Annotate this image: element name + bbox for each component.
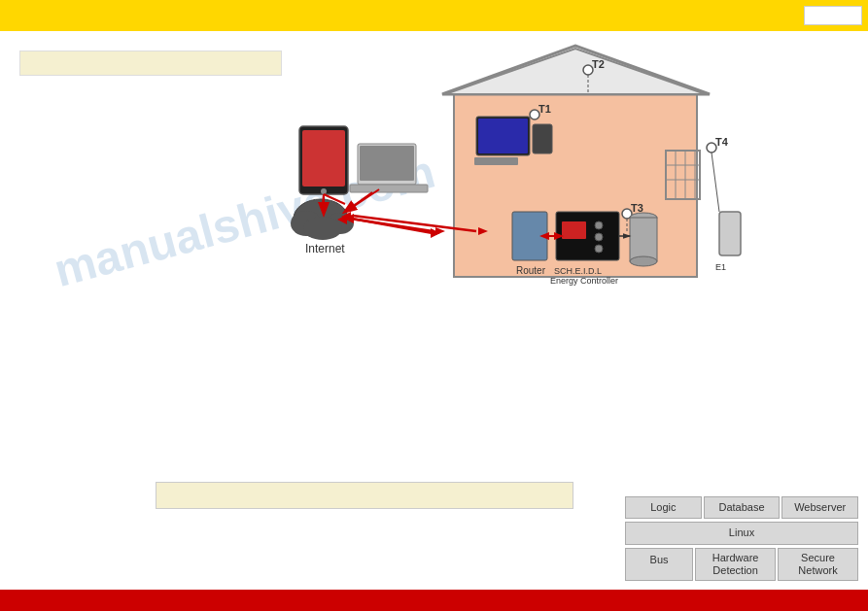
svg-marker-70 bbox=[341, 212, 351, 221]
svg-rect-26 bbox=[562, 221, 586, 239]
svg-text:E1: E1 bbox=[715, 262, 726, 272]
svg-marker-61 bbox=[539, 232, 549, 240]
svg-line-52 bbox=[324, 194, 345, 204]
svg-point-40 bbox=[294, 199, 348, 238]
left-label-box bbox=[19, 51, 282, 76]
svg-line-51 bbox=[323, 194, 324, 204]
stack-row-2: Linux bbox=[625, 522, 858, 544]
secure-network-cell: SecureNetwork bbox=[778, 548, 858, 581]
svg-text:T4: T4 bbox=[715, 136, 729, 148]
svg-marker-67 bbox=[337, 215, 347, 224]
secure-network-label: SecureNetwork bbox=[798, 552, 837, 576]
svg-text:Internet: Internet bbox=[305, 242, 345, 255]
svg-rect-48 bbox=[358, 144, 416, 185]
svg-point-28 bbox=[595, 233, 603, 241]
watermark: manualshive.com bbox=[49, 145, 440, 297]
svg-marker-71 bbox=[478, 227, 488, 235]
svg-marker-57 bbox=[431, 228, 440, 238]
svg-marker-58 bbox=[344, 214, 354, 223]
svg-rect-38 bbox=[719, 212, 741, 255]
svg-text:P-T3: P-T3 bbox=[630, 249, 649, 258]
svg-rect-23 bbox=[512, 212, 547, 260]
stack-area: Logic Database Webserver Linux Bus Hardw… bbox=[625, 496, 858, 584]
svg-point-42 bbox=[327, 213, 354, 234]
svg-line-56 bbox=[352, 219, 433, 233]
svg-point-37 bbox=[630, 256, 657, 266]
svg-line-66 bbox=[350, 219, 433, 231]
svg-text:P-T2: P-T2 bbox=[630, 237, 649, 247]
svg-text:Router: Router bbox=[516, 265, 546, 276]
bottom-bar bbox=[0, 590, 868, 611]
svg-marker-0 bbox=[447, 44, 680, 121]
svg-rect-16 bbox=[666, 151, 700, 199]
svg-text:T2: T2 bbox=[592, 58, 605, 70]
svg-marker-2 bbox=[442, 46, 710, 94]
svg-text:P-T1: P-T1 bbox=[630, 225, 649, 235]
svg-rect-15 bbox=[474, 157, 518, 165]
database-cell: Database bbox=[704, 496, 781, 519]
svg-marker-68 bbox=[435, 227, 445, 235]
svg-rect-14 bbox=[533, 124, 552, 153]
hardware-detection-cell: HardwareDetection bbox=[695, 548, 776, 581]
svg-point-47 bbox=[321, 188, 327, 194]
svg-rect-1 bbox=[454, 92, 697, 277]
svg-point-29 bbox=[595, 245, 603, 253]
svg-rect-46 bbox=[302, 130, 345, 187]
stack-row-3: Bus HardwareDetection SecureNetwork bbox=[625, 548, 858, 581]
svg-point-43 bbox=[303, 217, 342, 240]
linux-cell: Linux bbox=[625, 522, 858, 544]
svg-rect-45 bbox=[299, 126, 348, 194]
svg-line-69 bbox=[353, 216, 476, 231]
svg-point-41 bbox=[291, 211, 322, 236]
svg-rect-25 bbox=[556, 212, 619, 260]
svg-rect-49 bbox=[360, 146, 414, 181]
svg-point-4 bbox=[583, 65, 593, 75]
svg-rect-50 bbox=[350, 185, 428, 192]
svg-text:T3: T3 bbox=[631, 202, 643, 214]
svg-text:T1: T1 bbox=[538, 103, 551, 115]
svg-point-6 bbox=[530, 110, 539, 119]
svg-point-8 bbox=[622, 209, 632, 219]
bus-cell: Bus bbox=[625, 548, 693, 581]
svg-text:Energy Controller: Energy Controller bbox=[550, 276, 618, 286]
webserver-cell: Webserver bbox=[781, 496, 858, 519]
svg-point-35 bbox=[630, 213, 657, 222]
legend-box bbox=[156, 482, 573, 509]
svg-point-10 bbox=[707, 143, 716, 153]
svg-rect-12 bbox=[476, 117, 530, 155]
svg-line-53 bbox=[350, 189, 379, 209]
svg-rect-13 bbox=[478, 119, 528, 153]
svg-line-55 bbox=[345, 192, 372, 212]
svg-marker-3 bbox=[445, 49, 706, 94]
hardware-detection-label: HardwareDetection bbox=[712, 552, 759, 576]
svg-rect-36 bbox=[630, 218, 657, 261]
logic-cell: Logic bbox=[625, 496, 702, 519]
svg-line-64 bbox=[712, 153, 719, 212]
svg-marker-60 bbox=[554, 232, 564, 240]
svg-text:SCH.E.I.D.L: SCH.E.I.D.L bbox=[554, 266, 602, 276]
top-right-box bbox=[804, 6, 862, 25]
top-bar bbox=[0, 0, 868, 31]
svg-point-27 bbox=[595, 221, 603, 229]
stack-row-1: Logic Database Webserver bbox=[625, 496, 858, 519]
